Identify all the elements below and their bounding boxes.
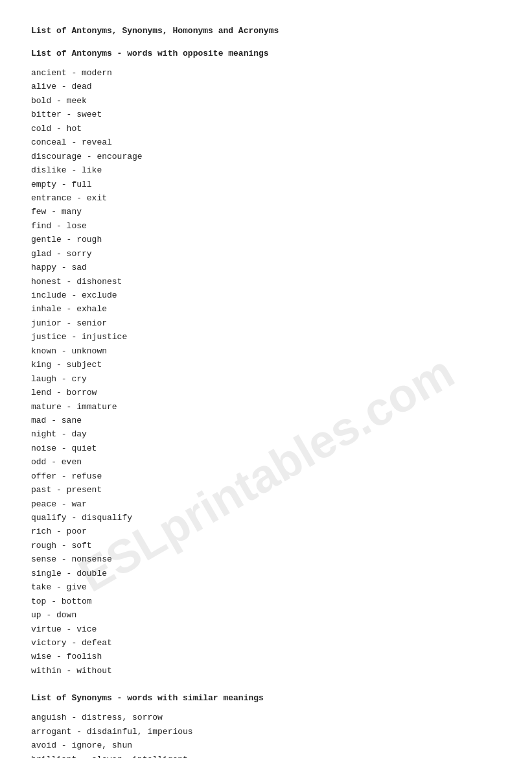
list-item: offer - refuse bbox=[31, 469, 501, 483]
list-item: king - subject bbox=[31, 358, 501, 372]
list-item: wise - foolish bbox=[31, 650, 501, 663]
list-item: gentle - rough bbox=[31, 233, 501, 246]
antonyms-list: ancient - modernalive - deadbold - meekb… bbox=[31, 66, 501, 678]
list-item: happy - sad bbox=[31, 261, 501, 274]
list-item: empty - full bbox=[31, 178, 501, 191]
list-item: junior - senior bbox=[31, 316, 501, 330]
list-item: known - unknown bbox=[31, 344, 501, 358]
list-item: peace - war bbox=[31, 497, 501, 511]
list-item: within - without bbox=[31, 664, 501, 678]
list-item: discourage - encourage bbox=[31, 150, 501, 163]
list-item: rough - soft bbox=[31, 539, 501, 552]
main-title: List of Antonyms, Synonyms, Homonyms and… bbox=[31, 26, 501, 36]
list-item: avoid - ignore, shun bbox=[31, 739, 501, 752]
list-item: justice - injustice bbox=[31, 330, 501, 344]
list-item: take - give bbox=[31, 580, 501, 594]
list-item: honest - dishonest bbox=[31, 275, 501, 289]
list-item: sense - nonsense bbox=[31, 552, 501, 566]
list-item: up - down bbox=[31, 608, 501, 622]
list-item: lend - borrow bbox=[31, 386, 501, 399]
list-item: laugh - cry bbox=[31, 372, 501, 386]
list-item: alive - dead bbox=[31, 80, 501, 93]
list-item: find - lose bbox=[31, 219, 501, 233]
list-item: virtue - vice bbox=[31, 622, 501, 636]
list-item: victory - defeat bbox=[31, 636, 501, 650]
list-item: few - many bbox=[31, 205, 501, 219]
list-item: inhale - exhale bbox=[31, 302, 501, 316]
list-item: glad - sorry bbox=[31, 247, 501, 261]
list-item: past - present bbox=[31, 483, 501, 497]
list-item: entrance - exit bbox=[31, 191, 501, 205]
list-item: qualify - disqualify bbox=[31, 511, 501, 525]
list-item: mad - sane bbox=[31, 414, 501, 427]
list-item: anguish - distress, sorrow bbox=[31, 711, 501, 724]
list-item: single - double bbox=[31, 567, 501, 580]
list-item: arrogant - disdainful, imperious bbox=[31, 725, 501, 739]
synonyms-title: List of Synonyms - words with similar me… bbox=[31, 693, 501, 703]
list-item: night - day bbox=[31, 427, 501, 441]
list-item: noise - quiet bbox=[31, 442, 501, 455]
list-item: cold - hot bbox=[31, 122, 501, 136]
list-item: top - bottom bbox=[31, 595, 501, 608]
list-item: mature - immature bbox=[31, 400, 501, 414]
list-item: conceal - reveal bbox=[31, 136, 501, 149]
synonyms-list: anguish - distress, sorrowarrogant - dis… bbox=[31, 711, 501, 758]
list-item: rich - poor bbox=[31, 525, 501, 538]
list-item: dislike - like bbox=[31, 163, 501, 177]
list-item: ancient - modern bbox=[31, 66, 501, 80]
list-item: bitter - sweet bbox=[31, 108, 501, 121]
list-item: odd - even bbox=[31, 455, 501, 469]
list-item: include - exclude bbox=[31, 289, 501, 302]
list-item: bold - meek bbox=[31, 94, 501, 108]
list-item: brilliant - clever, intelligent bbox=[31, 753, 501, 758]
antonyms-title: List of Antonyms - words with opposite m… bbox=[31, 49, 501, 58]
